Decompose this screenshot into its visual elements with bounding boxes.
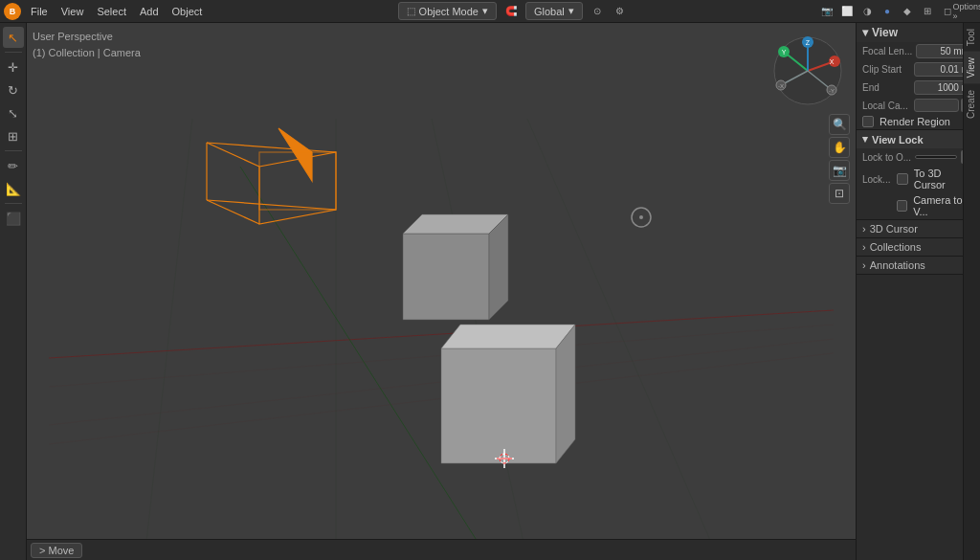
viewport-shading-3[interactable]: ●: [879, 3, 896, 20]
tab-tool[interactable]: Tool: [964, 23, 980, 52]
svg-marker-13: [441, 348, 556, 463]
lock-to-row: Lock to O... ✎: [857, 148, 980, 166]
add-cube-tool[interactable]: ⬛: [3, 208, 24, 229]
svg-text:Z: Z: [806, 39, 811, 46]
viewport-shading-1[interactable]: ⬜: [838, 3, 856, 20]
camera-to-checkbox[interactable]: [897, 200, 907, 212]
panel-tabs: Tool View Create: [963, 23, 980, 560]
svg-marker-10: [403, 234, 489, 320]
local-cam-value[interactable]: [914, 99, 959, 112]
to-3d-cursor-row: Lock... To 3D Cursor: [857, 166, 980, 192]
render-region-label: Render Region: [880, 116, 950, 127]
top-bar-center: ⬚ Object Mode ▾ 🧲 Global ▾ ⊙ ⚙: [212, 2, 814, 20]
view-section: Focal Len... 50 mm Clip Start 0.01 m End…: [857, 42, 980, 130]
menu-object[interactable]: Object: [167, 4, 209, 19]
right-panel: ▾ View Focal Len... 50 mm Clip Start 0.0…: [856, 23, 980, 560]
local-cam-row: Local Ca... ✕: [857, 97, 980, 114]
proportional-edit-icon[interactable]: ⊙: [589, 3, 606, 20]
svg-text:Y: Y: [782, 49, 787, 56]
main-layout: ↖ ✛ ↻ ⤡ ⊞ ✏ 📐 ⬛: [0, 23, 980, 560]
top-menu: File View Select Add Object: [25, 4, 208, 19]
menu-select[interactable]: Select: [91, 4, 132, 19]
svg-marker-15: [556, 325, 575, 463]
status-bar: > Move: [27, 539, 856, 560]
end-row: End 1000 m: [857, 78, 980, 97]
collections-section[interactable]: › Collections: [857, 238, 980, 257]
view-lock-triangle: ▾: [862, 133, 868, 146]
scale-tool[interactable]: ⤡: [3, 102, 24, 123]
view-section-header[interactable]: ▾ View: [857, 23, 980, 42]
svg-text:-X: -X: [778, 83, 784, 89]
hand-icon[interactable]: ✋: [829, 137, 850, 158]
mode-dropdown[interactable]: ⬚ Object Mode ▾: [398, 2, 497, 20]
collections-triangle: ›: [862, 241, 866, 253]
view-lock-header[interactable]: ▾ View Lock: [857, 130, 980, 148]
left-toolbar: ↖ ✛ ↻ ⤡ ⊞ ✏ 📐 ⬛: [0, 23, 27, 560]
clip-start-row: Clip Start 0.01 m: [857, 60, 980, 78]
select-tool[interactable]: ↖: [3, 27, 24, 48]
tab-view[interactable]: View: [964, 52, 980, 84]
blender-logo[interactable]: B: [4, 3, 21, 20]
annotate-tool[interactable]: ✏: [3, 155, 24, 176]
viewport-nav-icons: 🔍 ✋ 📷 ⊡: [829, 114, 850, 204]
viewport[interactable]: User Perspective (1) Collection | Camera…: [27, 23, 856, 560]
end-label: End: [862, 82, 910, 93]
transform-dropdown[interactable]: Global ▾: [525, 2, 583, 20]
svg-text:-Y: -Y: [829, 88, 835, 94]
annotations-label: Annotations: [870, 259, 925, 271]
move-tool[interactable]: ✛: [3, 56, 24, 78]
collections-label: Collections: [870, 241, 922, 253]
snap-settings-icon[interactable]: ⚙: [612, 3, 629, 20]
viewport-shading-2[interactable]: ◑: [858, 3, 876, 20]
render-region-row: Render Region: [857, 114, 980, 129]
lock-to-value[interactable]: [915, 155, 957, 159]
focal-length-row: Focal Len... 50 mm: [857, 42, 980, 60]
svg-marker-14: [441, 325, 575, 348]
svg-text:X: X: [830, 58, 835, 65]
camera-view-icon[interactable]: 📷: [829, 160, 850, 181]
local-cam-label: Local Ca...: [862, 101, 910, 111]
annotations-triangle: ›: [862, 259, 866, 271]
camera-to-row: Camera to V...: [857, 192, 980, 219]
top-bar: B File View Select Add Object ⬚ Object M…: [0, 0, 980, 23]
zoom-icon[interactable]: 🔍: [829, 114, 850, 135]
to-3d-cursor-checkbox[interactable]: [897, 173, 908, 185]
svg-point-30: [639, 215, 643, 219]
snap-icon[interactable]: 🧲: [502, 3, 520, 20]
toolbar-divider-2: [5, 150, 22, 151]
clip-start-label: Clip Start: [862, 64, 910, 75]
transform-tool[interactable]: ⊞: [3, 125, 24, 146]
cursor-label: 3D Cursor: [870, 223, 918, 235]
toolbar-divider-3: [5, 203, 22, 204]
tab-create[interactable]: Create: [964, 84, 980, 124]
overlays-icon[interactable]: ⊞: [919, 3, 936, 20]
cursor-triangle: ›: [862, 223, 866, 235]
navigation-gizmo[interactable]: X Y Z -X -Y: [769, 33, 846, 109]
top-icons-right: 📷 ⬜ ◑ ● ◆ ⊞ ◻ Options »: [818, 3, 976, 20]
lock-label: Lock...: [862, 174, 891, 185]
cursor-section[interactable]: › 3D Cursor: [857, 220, 980, 238]
viewport-canvas: [27, 23, 856, 560]
options-icon[interactable]: Options »: [959, 3, 976, 20]
view-triangle: ▾: [862, 26, 868, 39]
lock-to-label: Lock to O...: [862, 152, 911, 163]
menu-file[interactable]: File: [25, 4, 54, 19]
view-title: View: [872, 26, 898, 39]
menu-add[interactable]: Add: [134, 4, 165, 19]
move-status[interactable]: > Move: [31, 543, 82, 558]
annotations-section[interactable]: › Annotations: [857, 257, 980, 275]
render-region-checkbox[interactable]: [862, 116, 874, 127]
menu-view[interactable]: View: [56, 4, 90, 19]
measure-tool[interactable]: 📐: [3, 178, 24, 199]
view-lock-title: View Lock: [872, 134, 924, 146]
toggle-ortho-icon[interactable]: ⊡: [829, 183, 850, 204]
render-icon[interactable]: 📷: [818, 3, 835, 20]
view-lock-section: ▾ View Lock Lock to O... ✎ Lock... To 3D…: [857, 130, 980, 220]
viewport-shading-4[interactable]: ◆: [899, 3, 916, 20]
focal-length-label: Focal Len...: [862, 46, 912, 56]
toolbar-divider-1: [5, 52, 22, 53]
rotate-tool[interactable]: ↻: [3, 79, 24, 101]
